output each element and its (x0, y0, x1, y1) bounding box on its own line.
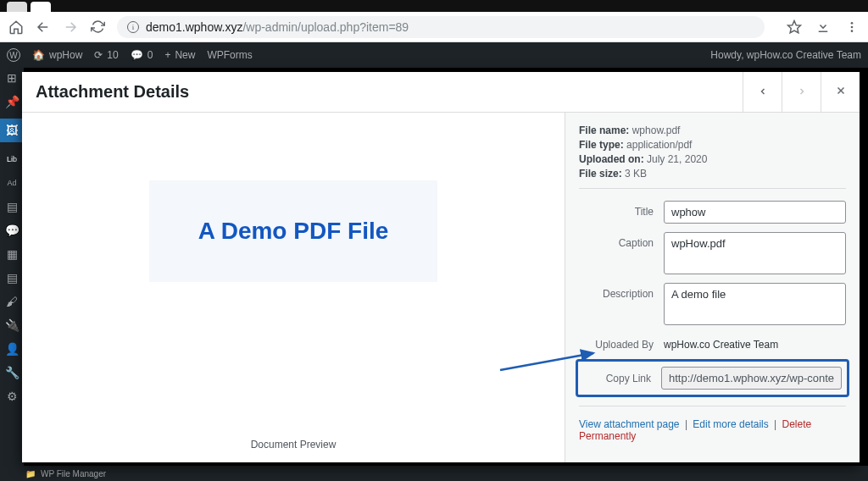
caption-label: Caption (579, 232, 664, 249)
pages-icon[interactable]: ▤ (5, 200, 19, 213)
wp-admin-bar: W 🏠 wpHow ⟳ 10 💬 0 + New WPForms Howdy, … (0, 42, 868, 68)
document-thumbnail: A Demo PDF File (149, 180, 437, 282)
back-icon[interactable] (36, 19, 51, 35)
description-input[interactable]: A demo file (664, 283, 846, 325)
browser-toolbar: i demo1.wphow.xyz/wp-admin/upload.php?it… (0, 12, 868, 42)
wordpress-logo-icon[interactable]: W (7, 48, 20, 62)
settings-icon[interactable]: ⚙ (5, 390, 19, 403)
edit-details-link[interactable]: Edit more details (693, 418, 768, 430)
posts-icon[interactable]: 📌 (5, 95, 19, 108)
svg-point-2 (851, 25, 854, 28)
attachment-details-modal: Attachment Details A Demo PDF File Docum… (22, 72, 860, 462)
kebab-menu-icon[interactable] (844, 19, 860, 35)
download-icon[interactable] (815, 19, 831, 35)
admin-bar-updates[interactable]: ⟳ 10 (94, 49, 118, 61)
pdf-title-text: A Demo PDF File (198, 218, 389, 245)
footer-item[interactable]: WP File Manager (41, 469, 106, 478)
plugins-icon[interactable]: 🔌 (5, 318, 19, 332)
address-bar[interactable]: i demo1.wphow.xyz/wp-admin/upload.php?it… (117, 16, 765, 38)
appearance-icon[interactable]: 🖌 (5, 295, 19, 308)
description-label: Description (579, 283, 664, 300)
admin-bar-new[interactable]: + New (164, 49, 195, 61)
copy-link-input[interactable] (661, 367, 842, 390)
star-icon[interactable] (787, 19, 802, 35)
admin-bar-wpforms[interactable]: WPForms (207, 49, 252, 61)
copy-link-row: Copy Link (576, 359, 849, 397)
admin-bar-howdy[interactable]: Howdy, wpHow.co Creative Team (710, 49, 861, 61)
wp-footer: 📁 WP File Manager (0, 466, 868, 481)
prev-attachment-button[interactable] (743, 72, 782, 112)
sidebar-item-library[interactable]: Lib (5, 152, 19, 166)
dashboard-icon[interactable]: ⊞ (5, 71, 19, 85)
title-label: Title (579, 201, 664, 218)
wp-admin-sidebar: ⊞ 📌 🖼 Lib Ad ▤ 💬 ▦ ▤ 🖌 🔌 👤 🔧 ⚙ (0, 68, 24, 481)
view-attachment-link[interactable]: View attachment page (579, 418, 680, 430)
modal-title: Attachment Details (36, 82, 189, 102)
uploaded-by-label: Uploaded By (579, 334, 664, 351)
users-icon[interactable]: 👤 (5, 342, 19, 356)
document-preview-label: Document Preview (251, 439, 337, 451)
caption-input[interactable]: wpHow.pdf (664, 232, 846, 274)
admin-bar-site[interactable]: 🏠 wpHow (32, 49, 82, 61)
attachment-preview-pane: A Demo PDF File Document Preview (22, 113, 565, 462)
browser-tab[interactable] (7, 2, 27, 12)
browser-tab[interactable] (31, 2, 51, 12)
uploaded-by-value: wpHow.co Creative Team (664, 334, 846, 351)
sidebar-item-add[interactable]: Ad (5, 176, 19, 190)
admin-bar-comments[interactable]: 💬 0 (131, 49, 153, 61)
media-icon[interactable]: 🖼 (5, 124, 19, 137)
modal-header: Attachment Details (22, 72, 860, 113)
site-info-icon[interactable]: i (127, 21, 139, 33)
generic-icon[interactable]: ▤ (5, 271, 19, 285)
browser-tab-strip (0, 0, 868, 12)
home-icon[interactable] (8, 19, 24, 35)
attachment-actions: View attachment page | Edit more details… (579, 418, 846, 442)
tools-icon[interactable]: 🔧 (5, 366, 19, 379)
generic-icon[interactable]: ▦ (5, 247, 19, 261)
title-input[interactable] (664, 201, 846, 224)
reload-icon[interactable] (90, 19, 105, 35)
url-text: demo1.wphow.xyz/wp-admin/upload.php?item… (146, 20, 409, 34)
svg-point-1 (851, 22, 854, 25)
next-attachment-button (782, 72, 821, 112)
copy-link-label: Copy Link (583, 373, 661, 384)
attachment-details-pane: File name: wphow.pdf File type: applicat… (565, 113, 860, 462)
svg-marker-0 (788, 20, 801, 32)
comments-icon[interactable]: 💬 (5, 224, 19, 237)
close-modal-button[interactable] (821, 72, 860, 112)
forward-icon (63, 19, 78, 35)
svg-point-3 (851, 30, 854, 32)
folder-icon: 📁 (25, 469, 36, 478)
